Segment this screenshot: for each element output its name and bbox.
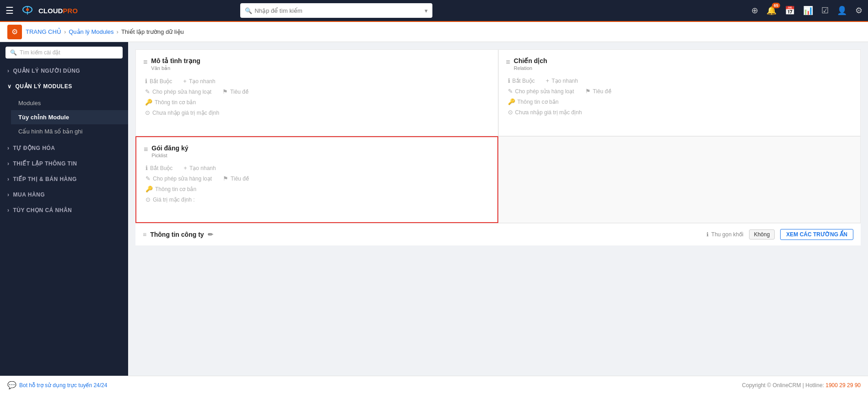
info-circle-icon: ℹ — [706, 231, 709, 238]
drag-handle-icon[interactable]: ≡ — [143, 58, 147, 66]
settings-icon[interactable]: ⚙ — [855, 5, 863, 16]
calendar-icon[interactable]: 📅 — [785, 5, 795, 16]
sidebar-item-label: TIẾP THỊ & BÁN HÀNG — [13, 176, 77, 182]
search-bar[interactable]: 🔍 ▾ — [240, 3, 432, 18]
field-option-bat-buoc[interactable]: ℹ Bắt Buộc — [508, 77, 535, 84]
fields-grid-top: ≡ Mô tả tình trạng Văn bản ℹ Bắt Buộc + — [135, 49, 861, 136]
field-option-bat-buoc[interactable]: ℹ Bắt Buộc — [145, 78, 172, 85]
circle-icon: ⊙ — [145, 109, 150, 116]
sidebar-item-tuy-chon[interactable]: › TÙY CHỌN CÁ NHÂN — [0, 202, 128, 218]
field-option-thong-tin-co-ban[interactable]: 🔑 Thông tin cơ bản — [146, 186, 490, 192]
field-option-thong-tin-co-ban[interactable]: 🔑 Thông tin cơ bản — [145, 99, 491, 106]
chevron-right-icon: › — [7, 68, 10, 74]
field-option-bat-buoc[interactable]: ℹ Bắt Buộc — [146, 165, 173, 171]
flag-icon: ⚑ — [223, 175, 228, 182]
copyright-text: Copyright © OnlineCRM | Hotline: 1900 29… — [742, 382, 861, 389]
circle-icon: ⊙ — [508, 109, 513, 116]
bottom-bar: 💬 Bot hỗ trợ sử dụng trực tuyến 24/24 Co… — [0, 376, 868, 394]
circle-icon: ⊙ — [146, 196, 151, 203]
field-option-tao-nhanh[interactable]: + Tạo nhanh — [183, 165, 216, 171]
search-input[interactable] — [255, 7, 422, 14]
sidebar-item-quan-ly-nguoi-dung[interactable]: › QUẢN LÝ NGƯỜI DÙNG — [0, 63, 128, 79]
field-option-row-2: ✎ Cho phép sửa hàng loạt ⚑ Tiêu đề — [145, 88, 491, 95]
toggle-button[interactable]: Không — [749, 229, 775, 240]
hotline-link[interactable]: 1900 29 29 90 — [825, 382, 861, 389]
info-icon: ℹ — [146, 165, 148, 171]
drag-handle-icon[interactable]: ≡ — [144, 145, 148, 154]
logo-icon — [19, 2, 36, 19]
field-option-tao-nhanh[interactable]: + Tạo nhanh — [183, 78, 215, 85]
sidebar-item-tiep-thi[interactable]: › TIẾP THỊ & BÁN HÀNG — [0, 171, 128, 187]
sidebar-sub-modules[interactable]: Modules — [11, 96, 128, 110]
sidebar-search[interactable]: 🔍 — [5, 47, 123, 59]
add-icon[interactable]: ⊕ — [751, 5, 758, 16]
field-option-sua-hang-loat[interactable]: ✎ Cho phép sửa hàng loạt — [508, 88, 574, 95]
sidebar-item-mua-hang[interactable]: › MUA HÀNG — [0, 187, 128, 202]
field-options-mo-ta: ℹ Bắt Buộc + Tạo nhanh ✎ Cho phép sửa hà… — [143, 78, 491, 116]
sidebar-item-quan-ly-modules[interactable]: ∨ QUẢN LÝ MODULES — [0, 79, 128, 94]
breadcrumb-sep1: › — [64, 28, 66, 35]
sidebar-item-label: THIẾT LẬP THÔNG TIN — [13, 160, 77, 167]
key-icon: 🔑 — [508, 98, 515, 105]
field-card-chien-dich: ≡ Chiến dịch Relation ℹ Bắt Buộc + — [498, 49, 861, 136]
section-footer-left: ≡ Thông tin công ty ✏ — [143, 231, 213, 238]
field-type-goi-dang-ky: Picklist — [151, 153, 188, 158]
field-option-thong-tin-co-ban[interactable]: 🔑 Thông tin cơ bản — [508, 98, 853, 105]
field-option-row-1: ℹ Bắt Buộc + Tạo nhanh — [146, 165, 490, 171]
chevron-right-icon: › — [7, 192, 10, 198]
field-option-mac-dinh[interactable]: ⊙ Chưa nhập giá trị mặc định — [145, 109, 491, 116]
main-layout: 🔍 › QUẢN LÝ NGƯỜI DÙNG ∨ QUẢN LÝ MODULES… — [0, 42, 868, 376]
xem-cac-truong-an-button[interactable]: XEM CÁC TRƯỜNG ẨN — [780, 229, 853, 240]
search-icon: 🔍 — [245, 7, 252, 14]
field-option-mac-dinh[interactable]: ⊙ Giá trị mặc định : — [146, 196, 490, 203]
plus-icon: + — [183, 78, 187, 85]
chart-icon[interactable]: 📊 — [803, 5, 813, 16]
field-option-sua-hang-loat[interactable]: ✎ Cho phép sửa hàng loạt — [145, 88, 211, 95]
nav-icons: ⊕ 🔔 65 📅 📊 ☑ 👤 ⚙ — [751, 5, 863, 16]
breadcrumb-home[interactable]: TRANG CHỦ — [26, 28, 61, 35]
field-header-chien-dich: ≡ Chiến dịch Relation — [506, 57, 853, 71]
field-option-mac-dinh[interactable]: ⊙ Chưa nhập giá trị mặc định — [508, 109, 853, 116]
flag-icon: ⚑ — [585, 88, 591, 95]
chevron-down-icon: ∨ — [7, 83, 12, 90]
sidebar-search-input[interactable] — [20, 49, 118, 56]
logo-text: CLOUDPRO — [38, 7, 78, 15]
edit-section-icon[interactable]: ✏ — [208, 231, 213, 238]
sidebar-item-thiet-lap[interactable]: › THIẾT LẬP THÔNG TIN — [0, 156, 128, 171]
sidebar-item-label: QUẢN LÝ NGƯỜI DÙNG — [13, 68, 81, 74]
hamburger-menu[interactable]: ☰ — [5, 5, 14, 16]
field-option-tao-nhanh[interactable]: + Tạo nhanh — [546, 77, 578, 84]
field-option-row-1: ℹ Bắt Buộc + Tạo nhanh — [508, 77, 853, 84]
sidebar: 🔍 › QUẢN LÝ NGƯỜI DÙNG ∨ QUẢN LÝ MODULES… — [0, 42, 128, 376]
field-title-mo-ta: Mô tả tình trạng — [151, 57, 200, 64]
field-title-chien-dich: Chiến dịch — [514, 57, 547, 64]
notification-icon[interactable]: 🔔 65 — [766, 5, 776, 16]
field-header-goi-dang-ky: ≡ Gói đăng ký Picklist — [144, 144, 490, 158]
breadcrumb-level2[interactable]: Quản lý Modules — [69, 28, 113, 35]
field-option-tieu-de[interactable]: ⚑ Tiêu đề — [585, 88, 611, 95]
notification-badge: 65 — [772, 3, 780, 8]
tasks-icon[interactable]: ☑ — [821, 5, 829, 16]
field-option-tieu-de[interactable]: ⚑ Tiêu đề — [222, 88, 248, 95]
field-card-empty — [498, 136, 861, 223]
thu-gon-label: ℹ Thu gọn khối — [706, 231, 744, 238]
breadcrumb-current: Thiết lập trường dữ liệu — [121, 28, 184, 35]
sidebar-item-label: MUA HÀNG — [13, 192, 45, 198]
section-title: Thông tin công ty — [150, 231, 204, 238]
sidebar-item-tu-dong-hoa[interactable]: › TỰ ĐỘNG HÓA — [0, 140, 128, 156]
edit-icon: ✎ — [146, 175, 151, 182]
sidebar-sub-cau-hinh[interactable]: Cấu hình Mã số bản ghi — [11, 124, 128, 138]
drag-handle-icon[interactable]: ≡ — [506, 58, 510, 66]
field-option-tieu-de[interactable]: ⚑ Tiêu đề — [223, 175, 249, 182]
section-footer-right: ℹ Thu gọn khối Không XEM CÁC TRƯỜNG ẨN — [706, 229, 853, 240]
field-header-mo-ta: ≡ Mô tả tình trạng Văn bản — [143, 57, 491, 71]
messenger-icon: 💬 — [7, 381, 16, 389]
top-navigation: ☰ CLOUDPRO 🔍 ▾ ⊕ 🔔 65 📅 📊 ☑ 👤 ⚙ — [0, 0, 868, 22]
sidebar-sub-tuy-chinh[interactable]: Tùy chỉnh Module — [11, 110, 128, 124]
chevron-down-icon: ▾ — [425, 7, 428, 14]
field-option-sua-hang-loat[interactable]: ✎ Cho phép sửa hàng loạt — [146, 175, 212, 182]
breadcrumb-bar: ⚙ TRANG CHỦ › Quản lý Modules › Thiết lậ… — [0, 22, 868, 42]
user-icon[interactable]: 👤 — [837, 5, 847, 16]
sidebar-search-icon: 🔍 — [10, 49, 17, 56]
support-chat[interactable]: 💬 Bot hỗ trợ sử dụng trực tuyến 24/24 — [7, 381, 107, 389]
